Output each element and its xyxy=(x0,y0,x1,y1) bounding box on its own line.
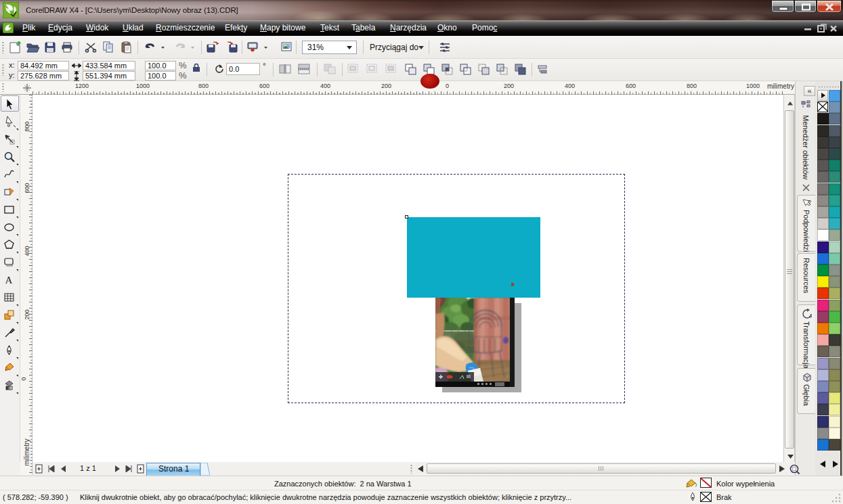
svg-text:?: ? xyxy=(808,199,811,206)
svg-text:A: A xyxy=(5,275,13,285)
